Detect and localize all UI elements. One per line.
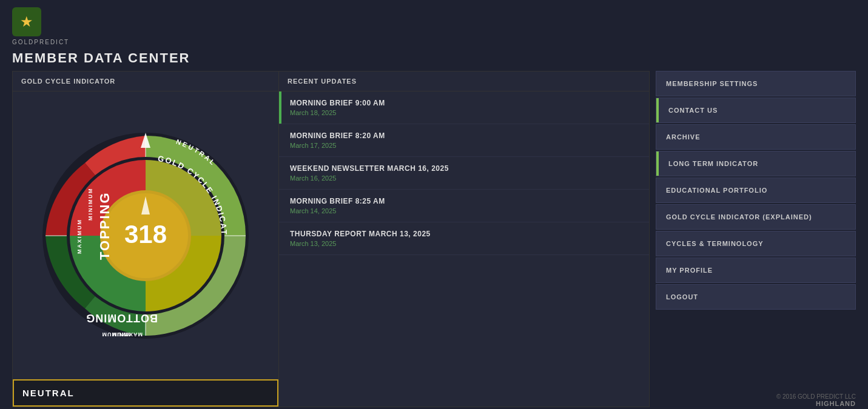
svg-text:318: 318 [124, 220, 167, 248]
update-title: MORNING BRIEF 8:20 AM [290, 131, 641, 140]
update-date: March 17, 2025 [290, 142, 641, 149]
nav-button-gold-cycle-indicator-explained-[interactable]: GOLD CYCLE INDICATOR (EXPLAINED) [656, 204, 856, 230]
update-date: March 14, 2025 [290, 207, 641, 214]
svg-text:TOPPING: TOPPING [97, 191, 112, 260]
status-label: NEUTRAL [22, 388, 75, 398]
svg-text:MAXIMUM: MAXIMUM [76, 219, 82, 254]
gauge-svg: 318 TOPPING BOTTOMING GOLD CYCLE INDICAT… [36, 127, 255, 345]
update-item[interactable]: MORNING BRIEF 9:00 AM March 18, 2025 [279, 91, 649, 124]
page-title: MEMBER DATA CENTER [12, 50, 856, 66]
update-date: March 18, 2025 [290, 109, 641, 116]
nav-button-membership-settings[interactable]: MEMBERSHIP SETTINGS [656, 71, 856, 96]
header: ★ GOLDPREDICT MEMBER DATA CENTER [0, 0, 868, 71]
updates-list: MORNING BRIEF 9:00 AM March 18, 2025 MOR… [279, 91, 649, 407]
middle-panel: RECENT UPDATES MORNING BRIEF 9:00 AM Mar… [279, 71, 650, 407]
nav-button-archive[interactable]: ARCHIVE [656, 124, 856, 150]
svg-text:MAXIMUM: MAXIMUM [112, 331, 143, 338]
logo-area: ★ GOLDPREDICT [12, 7, 856, 45]
update-title: WEEKEND NEWSLETTER MARCH 16, 2025 [290, 164, 641, 173]
star-icon: ★ [20, 15, 33, 29]
nav-button-educational-portfolio[interactable]: EDUCATIONAL PORTFOLIO [656, 178, 856, 203]
username: HIGHLAND [656, 400, 856, 407]
nav-button-cycles-terminology[interactable]: CYCLES & TERMINOLOGY [656, 231, 856, 256]
update-date: March 16, 2025 [290, 175, 641, 182]
left-panel: GOLD CYCLE INDICATOR [12, 71, 279, 407]
svg-text:MINIMUM: MINIMUM [87, 187, 93, 221]
left-panel-header: GOLD CYCLE INDICATOR [13, 71, 278, 91]
svg-text:BOTTOMING: BOTTOMING [86, 312, 158, 324]
gauge-container: 318 TOPPING BOTTOMING GOLD CYCLE INDICAT… [13, 91, 278, 379]
update-title: MORNING BRIEF 8:25 AM [290, 197, 641, 205]
nav-button-contact-us[interactable]: CONTACT US [656, 98, 856, 123]
main-layout: GOLD CYCLE INDICATOR [0, 71, 868, 407]
brand-name: GOLDPREDICT [12, 39, 69, 45]
nav-button-my-profile[interactable]: MY PROFILE [656, 258, 856, 283]
footer: © 2016 GOLD PREDICT LLC HIGHLAND [656, 388, 856, 407]
nav-button-logout[interactable]: LOGOUT [656, 284, 856, 310]
update-item[interactable]: THURSDAY REPORT MARCH 13, 2025 March 13,… [279, 222, 649, 255]
update-item[interactable]: MORNING BRIEF 8:25 AM March 14, 2025 [279, 190, 649, 222]
update-title: MORNING BRIEF 9:00 AM [290, 99, 641, 107]
logo-icon: ★ [12, 7, 41, 36]
right-panel: MEMBERSHIP SETTINGSCONTACT USARCHIVELONG… [650, 71, 856, 407]
middle-panel-header: RECENT UPDATES [279, 71, 649, 91]
update-title: THURSDAY REPORT MARCH 13, 2025 [290, 230, 641, 238]
copyright: © 2016 GOLD PREDICT LLC [656, 393, 856, 400]
status-bar: NEUTRAL [13, 379, 278, 407]
update-item[interactable]: WEEKEND NEWSLETTER MARCH 16, 2025 March … [279, 157, 649, 190]
update-date: March 13, 2025 [290, 240, 641, 247]
update-item[interactable]: MORNING BRIEF 8:20 AM March 17, 2025 [279, 124, 649, 157]
nav-button-long-term-indicator[interactable]: LONG TERM INDICATOR [656, 151, 856, 176]
